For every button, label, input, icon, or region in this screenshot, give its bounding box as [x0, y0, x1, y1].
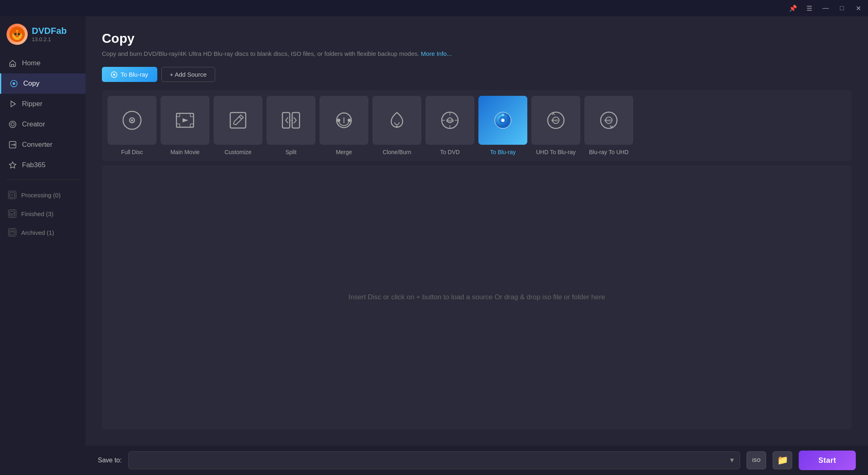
- sidebar-converter-label: Converter: [22, 141, 53, 149]
- full-disc-icon-box[interactable]: [108, 96, 156, 145]
- tab-to-bluray[interactable]: To Blu-ray: [102, 67, 157, 82]
- finished-item[interactable]: Finished (3): [0, 204, 86, 223]
- sidebar-item-creator[interactable]: Creator: [0, 114, 86, 135]
- page-title: Copy: [102, 31, 852, 46]
- uhd-to-bluray-icon-box[interactable]: UHD: [531, 96, 580, 145]
- iso-label: ISO: [752, 457, 761, 463]
- mode-merge[interactable]: Merge: [319, 96, 368, 155]
- start-label: Start: [818, 456, 836, 464]
- mode-bluray-to-uhd[interactable]: UHD Blu-ray To UHD: [584, 96, 633, 155]
- creator-icon: [8, 120, 17, 129]
- add-source-label: + Add Source: [170, 71, 207, 78]
- finished-icon: [8, 210, 16, 218]
- mode-main-movie[interactable]: Main Movie: [161, 96, 209, 155]
- drop-zone: Insert Disc or click on + button to load…: [102, 165, 852, 429]
- clone-burn-label: Clone/Burn: [383, 149, 411, 155]
- svg-point-31: [348, 119, 351, 122]
- copy-icon: [9, 79, 18, 88]
- archived-label: Archived (1): [21, 229, 54, 236]
- customize-label: Customize: [225, 149, 251, 155]
- svg-point-11: [11, 123, 14, 126]
- titlebar: 📌 ☰ — □ ✕: [0, 0, 868, 16]
- tab-active-label: To Blu-ray: [121, 71, 148, 78]
- iso-button[interactable]: ISO: [747, 451, 766, 469]
- sidebar-item-ripper[interactable]: Ripper: [0, 94, 86, 114]
- mode-split[interactable]: Split: [267, 96, 315, 155]
- logo-avatar: [7, 24, 28, 45]
- svg-point-38: [501, 119, 504, 122]
- clone-burn-icon-box[interactable]: [372, 96, 421, 145]
- svg-point-20: [131, 119, 133, 122]
- bluray-to-uhd-icon-box[interactable]: UHD: [584, 96, 633, 145]
- main-movie-label: Main Movie: [170, 149, 200, 155]
- maximize-button[interactable]: □: [836, 2, 848, 14]
- sidebar-ripper-label: Ripper: [22, 100, 42, 108]
- mode-full-disc[interactable]: Full Disc: [108, 96, 156, 155]
- tab-bar: To Blu-ray + Add Source: [102, 67, 852, 82]
- main-movie-icon-box[interactable]: [161, 96, 209, 145]
- mode-customize[interactable]: Customize: [214, 96, 262, 155]
- svg-point-6: [15, 35, 19, 38]
- archived-icon: [8, 228, 16, 236]
- mode-to-dvd[interactable]: DVD To DVD: [425, 96, 474, 155]
- pin-button[interactable]: 📌: [787, 2, 799, 14]
- sidebar-item-converter[interactable]: Converter: [0, 135, 86, 155]
- main-content: Copy Copy and burn DVD/Blu-ray/4K Ultra …: [86, 16, 868, 475]
- processing-item[interactable]: Processing (0): [0, 186, 86, 204]
- close-button[interactable]: ✕: [853, 2, 864, 14]
- home-icon: [8, 59, 17, 68]
- sidebar-copy-label: Copy: [23, 80, 40, 88]
- svg-point-30: [337, 119, 340, 122]
- fab365-icon: [8, 161, 17, 170]
- merge-label: Merge: [336, 149, 352, 155]
- content-area: Copy Copy and burn DVD/Blu-ray/4K Ultra …: [86, 16, 868, 446]
- sidebar-item-fab365[interactable]: Fab365: [0, 155, 86, 175]
- merge-icon-box[interactable]: [319, 96, 368, 145]
- app-version: 13.0.2.1: [32, 36, 67, 42]
- svg-point-39: [502, 114, 504, 116]
- svg-point-10: [9, 121, 16, 128]
- ripper-icon: [8, 99, 17, 108]
- sidebar-item-home[interactable]: Home: [0, 53, 86, 73]
- bottom-bar: Save to: ▼ ISO 📁 Start: [86, 446, 868, 475]
- sidebar: DVDFab 13.0.2.1 Home Copy: [0, 16, 86, 475]
- svg-point-5: [18, 33, 20, 35]
- svg-text:UHD: UHD: [551, 119, 559, 122]
- split-icon-box[interactable]: [267, 96, 315, 145]
- logo-text: DVDFab 13.0.2.1: [32, 27, 67, 42]
- start-button[interactable]: Start: [799, 451, 856, 470]
- menu-button[interactable]: ☰: [804, 2, 815, 14]
- sidebar-divider: [7, 179, 79, 180]
- add-source-button[interactable]: + Add Source: [161, 67, 215, 82]
- to-bluray-icon-box[interactable]: [478, 96, 527, 145]
- sidebar-fab365-label: Fab365: [22, 161, 46, 169]
- archived-item[interactable]: Archived (1): [0, 223, 86, 242]
- customize-icon-box[interactable]: [214, 96, 262, 145]
- more-info-link[interactable]: More Info...: [421, 50, 452, 57]
- minimize-button[interactable]: —: [820, 2, 831, 14]
- mode-grid: Full Disc: [108, 96, 846, 155]
- mode-grid-container: Full Disc: [102, 90, 852, 161]
- split-label: Split: [285, 149, 296, 155]
- save-to-label: Save to:: [98, 457, 122, 464]
- sidebar-item-copy[interactable]: Copy: [0, 73, 86, 94]
- app-name: DVDFab: [32, 27, 67, 35]
- finished-label: Finished (3): [21, 210, 53, 217]
- svg-text:DVD: DVD: [446, 119, 454, 123]
- processing-icon: [8, 191, 16, 199]
- to-dvd-icon-box[interactable]: DVD: [425, 96, 474, 145]
- sidebar-home-label: Home: [22, 59, 40, 67]
- sidebar-creator-label: Creator: [22, 120, 45, 128]
- svg-rect-14: [10, 211, 15, 216]
- mode-to-bluray[interactable]: To Blu-ray: [478, 96, 527, 155]
- drop-zone-text: Insert Disc or click on + button to load…: [348, 293, 605, 301]
- full-disc-label: Full Disc: [121, 149, 143, 155]
- mode-uhd-to-bluray[interactable]: UHD UHD To Blu-ray: [531, 96, 580, 155]
- logo-area: DVDFab 13.0.2.1: [0, 16, 86, 53]
- save-to-input[interactable]: [128, 451, 740, 469]
- app-body: DVDFab 13.0.2.1 Home Copy: [0, 16, 868, 475]
- folder-icon: 📁: [777, 455, 788, 466]
- mode-clone-burn[interactable]: Clone/Burn: [372, 96, 421, 155]
- folder-button[interactable]: 📁: [773, 451, 792, 469]
- uhd-to-bluray-label: UHD To Blu-ray: [536, 149, 576, 155]
